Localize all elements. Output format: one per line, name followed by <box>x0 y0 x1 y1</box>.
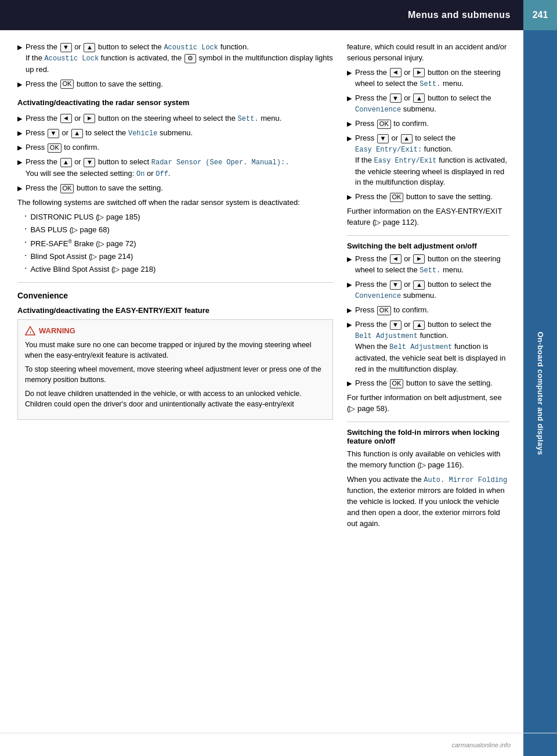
fold-heading: Switching the fold-in mirrors when locki… <box>347 428 509 445</box>
btn-gear: ⚙ <box>185 54 196 63</box>
btn-up-r2: ▲ <box>71 129 83 138</box>
bullet-radar-4: ▶ Press the ▲ or ▼ button to select Rada… <box>17 157 333 179</box>
btn-up-bs2: ▲ <box>413 280 425 290</box>
fold-para: When you activate the Auto. Mirror Foldi… <box>347 474 509 530</box>
sub-dot-4: · <box>24 249 27 262</box>
sub-text-2: BAS PLUS (▷ page 68) <box>30 225 109 235</box>
btn-down-bs4: ▼ <box>390 321 402 330</box>
divider-1 <box>17 282 333 283</box>
rc-continuation: feature, which could result in an accide… <box>347 42 509 64</box>
btn-ok-1: OK <box>60 80 74 89</box>
belt-heading: Switching the belt adjustment on/off <box>347 242 509 250</box>
bs-ba-1: ▶ <box>347 255 352 264</box>
rc-bullet-5: ▶ Press the OK button to save the settin… <box>347 192 509 203</box>
rc-further-info: Further information on the EASY-ENTRY/EX… <box>347 206 509 228</box>
bullet-radar-2: ▶ Press ▼ or ▲ to select the Vehicle sub… <box>17 128 333 139</box>
bs-ba-3: ▶ <box>347 306 352 315</box>
bullet-arrow: ▶ <box>17 43 22 52</box>
rc-bullet-1: ▶ Press the ◄ or ► button on the steerin… <box>347 67 509 89</box>
sub-bullet-2: · BAS PLUS (▷ page 68) <box>17 225 333 235</box>
content-area: ▶ Press the ▼ or ▲ button to select the … <box>0 30 523 544</box>
sub-bullet-1: · DISTRONIC PLUS (▷ page 185) <box>17 212 333 222</box>
warning-para-2: To stop steering wheel movement, move st… <box>25 364 325 385</box>
rc-ba-4: ▶ <box>347 134 352 143</box>
warning-para-3: Do not leave children unattended in the … <box>25 388 325 409</box>
sub-bullet-3: · PRE-SAFE® Brake (▷ page 72) <box>17 238 333 250</box>
bs-ba-4: ▶ <box>347 321 352 330</box>
warning-box: ! WARNING You must make sure no one can … <box>17 319 333 420</box>
page-number: 241 <box>523 0 557 30</box>
btn-down-1: ▼ <box>60 43 72 52</box>
left-column: ▶ Press the ▼ or ▲ button to select the … <box>17 42 333 532</box>
radar-followup: The following systems are switched off w… <box>17 197 333 208</box>
ba-r3: ▶ <box>17 143 22 153</box>
btn-down-rc2: ▼ <box>390 93 402 103</box>
bullet-arrow-2: ▶ <box>17 80 22 89</box>
sub-dot-3: · <box>24 236 27 249</box>
bullet-acoustic-lock-text: Press the ▼ or ▲ button to select the Ac… <box>26 42 333 75</box>
bs-bt-4: Press the ▼ or ▲ button to select the Be… <box>355 319 509 375</box>
btn-ok-r5: OK <box>60 184 74 193</box>
rc-bullet-3: ▶ Press OK to confirm. <box>347 118 509 129</box>
btn-ok-rc3: OK <box>377 120 391 129</box>
bt-r2: Press ▼ or ▲ to select the Vehicle subme… <box>26 128 333 139</box>
sub-text-5: Active Blind Spot Assist (▷ page 218) <box>30 264 155 275</box>
btn-left-r1: ◄ <box>60 114 72 123</box>
rc-ba-5: ▶ <box>347 193 352 202</box>
bs-bt-1: Press the ◄ or ► button on the steering … <box>355 254 509 276</box>
bs-further-info: For further information on belt adjustme… <box>347 393 509 415</box>
rc-bt-5: Press the OK button to save the setting. <box>355 192 509 203</box>
rc-bt-2: Press the ▼ or ▲ button to select the Co… <box>355 93 509 115</box>
sub-dot-1: · <box>24 210 27 222</box>
rc-bt-4: Press ▼ or ▲ to select the Easy Entry/Ex… <box>355 133 509 188</box>
btn-right-bs1: ► <box>413 254 425 264</box>
bs-bullet-4: ▶ Press the ▼ or ▲ button to select the … <box>347 319 509 375</box>
radar-heading: Activating/deactivating the radar sensor… <box>17 98 333 108</box>
bs-bullet-5: ▶ Press the OK button to save the settin… <box>347 378 509 389</box>
divider-rc2 <box>347 422 509 422</box>
header-title: Menus and submenus <box>408 10 511 20</box>
bullet-radar-3: ▶ Press OK to confirm. <box>17 142 333 153</box>
bs-bullet-2: ▶ Press the ▼ or ▲ button to select the … <box>347 279 509 301</box>
convenience-heading: Convenience <box>17 291 333 300</box>
btn-ok-r3: OK <box>48 143 62 153</box>
bullet-acoustic-lock: ▶ Press the ▼ or ▲ button to select the … <box>17 42 333 75</box>
btn-right-r1: ► <box>84 114 95 123</box>
bs-bullet-3: ▶ Press OK to confirm. <box>347 305 509 316</box>
btn-down-bs2: ▼ <box>390 280 402 290</box>
sub-bullet-5: · Active Blind Spot Assist (▷ page 218) <box>17 264 333 275</box>
btn-ok-bs5: OK <box>390 379 404 388</box>
warning-title: ! WARNING <box>25 326 325 336</box>
btn-left-rc1: ◄ <box>390 68 402 77</box>
rc-ba-2: ▶ <box>347 94 352 103</box>
bs-bt-3: Press OK to confirm. <box>355 305 509 316</box>
bs-ba-5: ▶ <box>347 379 352 388</box>
right-column: feature, which could result in an accide… <box>347 42 509 532</box>
btn-down-rc4: ▼ <box>377 134 389 143</box>
bs-bt-5: Press the OK button to save the setting. <box>355 378 509 389</box>
btn-down-r2: ▼ <box>48 129 59 138</box>
bs-bt-2: Press the ▼ or ▲ button to select the Co… <box>355 279 509 301</box>
header-bar: Menus and submenus <box>0 0 557 30</box>
sub-dot-2: · <box>24 222 27 235</box>
bt-r5: Press the OK button to save the setting. <box>26 183 333 194</box>
sidebar-label: On-board computer and displays <box>536 332 545 455</box>
rc-bt-3: Press OK to confirm. <box>355 118 509 129</box>
sub-bullet-4: · Blind Spot Assist (▷ page 214) <box>17 251 333 262</box>
ba-r2: ▶ <box>17 129 22 138</box>
bs-bullet-1: ▶ Press the ◄ or ► button on the steerin… <box>347 254 509 276</box>
bt-r3: Press OK to confirm. <box>26 142 333 153</box>
bs-ba-2: ▶ <box>347 280 352 290</box>
easy-entry-heading: Activating/deactivating the EASY-ENTRY/E… <box>17 306 333 315</box>
svg-text:!: ! <box>30 329 31 334</box>
sub-text-3: PRE-SAFE® Brake (▷ page 72) <box>30 238 136 250</box>
fold-intro: This function is only available on vehic… <box>347 449 509 471</box>
btn-down-r4: ▼ <box>84 158 95 167</box>
rc-ba-3: ▶ <box>347 120 352 129</box>
right-sidebar: On-board computer and displays <box>523 30 557 756</box>
ba-r4: ▶ <box>17 158 22 167</box>
sub-text-4: Blind Spot Assist (▷ page 214) <box>30 251 133 262</box>
btn-up-rc4: ▲ <box>401 134 413 143</box>
ba-r1: ▶ <box>17 114 22 124</box>
bt-r1: Press the ◄ or ► button on the steering … <box>26 113 333 124</box>
